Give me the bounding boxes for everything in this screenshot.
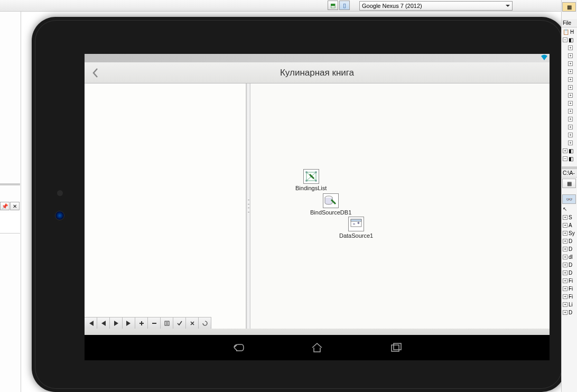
device-selector-value: Google Nexus 7 (2012) <box>362 3 422 9</box>
tree-item[interactable]: +Fi <box>562 293 577 301</box>
component-label: BindSourceDB1 <box>310 209 351 216</box>
device-frame: Кулинарная книга <box>32 17 565 392</box>
pin-button[interactable]: 📌 <box>0 202 10 210</box>
file-panel-header[interactable]: File <box>562 19 577 27</box>
bindings-list-icon <box>303 169 319 184</box>
tree-item[interactable]: −◧ <box>562 36 577 44</box>
tree-item[interactable]: + <box>562 83 577 91</box>
form-designer-area: Кулинарная книга <box>21 12 561 392</box>
nav-cancel-button[interactable] <box>186 318 199 329</box>
tree-item[interactable]: +◧ <box>562 147 577 155</box>
tree-item[interactable]: + <box>562 139 577 147</box>
dropdown-arrow-icon <box>506 5 510 7</box>
nav-refresh-button[interactable] <box>199 318 211 329</box>
tree-item[interactable]: +D <box>562 309 577 316</box>
nav-next-button[interactable] <box>110 318 123 329</box>
tree-item[interactable]: +dl <box>562 253 577 261</box>
right-sidebar: ▦ File 📋H −◧ + + + + + + + + + + + + + +… <box>561 0 577 392</box>
tree-item[interactable]: + <box>562 44 577 52</box>
tree-item[interactable]: + <box>562 68 577 76</box>
tree-item[interactable]: 📋H <box>562 28 577 36</box>
tree-item[interactable]: +A <box>562 221 577 229</box>
data-source-icon <box>348 217 364 231</box>
data-source-component[interactable]: DataSource1 <box>339 217 373 239</box>
svg-rect-9 <box>392 345 399 351</box>
tree-item[interactable]: + <box>562 99 577 107</box>
device-selector-dropdown[interactable]: Google Nexus 7 (2012) <box>359 1 513 11</box>
tree-item[interactable]: +Sy <box>562 229 577 237</box>
device-screen: Кулинарная книга <box>85 54 550 360</box>
svg-rect-10 <box>394 343 401 350</box>
nav-prev-button[interactable] <box>97 318 110 329</box>
svg-rect-8 <box>351 219 361 221</box>
tree-item[interactable]: + <box>562 115 577 123</box>
wifi-icon <box>541 54 548 61</box>
rs-search-icon[interactable]: 👓 <box>562 194 576 204</box>
rs-tool-icon-1[interactable]: ▦ <box>562 2 576 12</box>
nav-first-button[interactable] <box>85 318 97 329</box>
back-button[interactable] <box>85 62 106 83</box>
tree-item[interactable]: + <box>562 91 577 99</box>
left-list-pane[interactable] <box>85 83 246 329</box>
device-sensor-icon <box>57 190 63 196</box>
tree-item[interactable]: +D <box>562 245 577 253</box>
chevron-left-icon <box>92 68 98 78</box>
nav-last-button[interactable] <box>123 318 135 329</box>
form-content[interactable]: BindingsList BindSourceDB1 DataSource1 <box>85 83 550 329</box>
splitter[interactable] <box>246 83 250 329</box>
toolbar-icon-1[interactable]: ⬒ <box>328 1 338 10</box>
left-panel-separator[interactable] <box>0 183 20 185</box>
tree-item[interactable]: +S <box>562 213 577 221</box>
android-recent-button[interactable] <box>388 340 404 356</box>
nav-post-button[interactable] <box>173 318 186 329</box>
top-toolbar: ⬒ ▯ Google Nexus 7 (2012) <box>0 0 577 12</box>
tree-item[interactable]: +D <box>562 261 577 269</box>
app-footer-strip <box>85 329 550 335</box>
tree-item[interactable]: −◧ <box>562 155 577 163</box>
device-camera-icon <box>55 211 64 220</box>
tree-item[interactable]: +Li <box>562 301 577 309</box>
tree-item[interactable]: + <box>562 76 577 83</box>
nav-insert-button[interactable] <box>135 318 148 329</box>
android-status-bar <box>85 54 550 62</box>
left-panel-blank <box>0 212 20 234</box>
tree-item[interactable]: + <box>562 131 577 139</box>
tree-item[interactable]: + <box>562 60 577 68</box>
path-label: C:\A- <box>562 169 577 178</box>
nav-edit-button[interactable] <box>161 318 173 329</box>
component-label: DataSource1 <box>339 232 373 239</box>
right-detail-pane[interactable]: BindingsList BindSourceDB1 DataSource1 <box>250 83 550 329</box>
rs-tool-icon-2[interactable]: ▦ <box>562 179 576 188</box>
left-dock-panel: 📌 ✕ <box>0 12 21 392</box>
app-header: Кулинарная книга <box>85 62 550 83</box>
toolbar-icon-2[interactable]: ▯ <box>339 1 350 10</box>
android-back-button[interactable] <box>230 340 246 356</box>
component-label: BindingsList <box>295 185 327 191</box>
android-home-button[interactable] <box>309 340 325 356</box>
nav-delete-button[interactable] <box>148 318 161 329</box>
model-tree[interactable]: 📋H −◧ + + + + + + + + + + + + + +◧ −◧ <box>562 27 577 163</box>
bind-source-db-component[interactable]: BindSourceDB1 <box>310 193 351 216</box>
tree-item[interactable]: +Fi <box>562 285 577 293</box>
db-navigator <box>85 317 211 329</box>
android-nav-bar <box>85 335 550 360</box>
app-title: Кулинарная книга <box>106 68 528 78</box>
tree-item[interactable]: + <box>562 107 577 115</box>
class-tree[interactable]: +S +A +Sy +D +D +dl +D +D +Fi +Fi +Fi +L… <box>562 213 577 317</box>
tree-item[interactable]: +D <box>562 269 577 277</box>
tree-item[interactable]: +Fi <box>562 277 577 285</box>
bind-source-db-icon <box>323 193 339 208</box>
tree-cursor-item[interactable]: ↖ <box>562 205 577 213</box>
tree-item[interactable]: +D <box>562 237 577 245</box>
close-panel-button[interactable]: ✕ <box>10 202 20 210</box>
tree-item[interactable]: + <box>562 123 577 131</box>
tree-item[interactable]: + <box>562 52 577 60</box>
bindings-list-component[interactable]: BindingsList <box>295 169 327 191</box>
